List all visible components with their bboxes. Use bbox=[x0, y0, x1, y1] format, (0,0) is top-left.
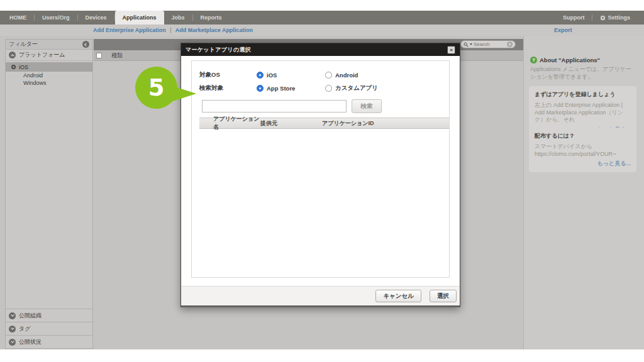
radio-ios-label: iOS bbox=[267, 72, 277, 79]
help-card-title: 配布するには？ bbox=[535, 132, 631, 140]
add-enterprise-application-link[interactable]: Add Enterprise Application bbox=[93, 27, 166, 33]
dialog-titlebar: マーケットアプリの選択 × bbox=[181, 43, 460, 56]
help-card-distribute: 配布するには？ スマートデバイスから https://clomo.com/por… bbox=[529, 128, 636, 172]
dialog-panel: 対象OS iOS Android 検索対象 App Store bbox=[191, 60, 450, 278]
export-link[interactable]: Export bbox=[554, 25, 572, 36]
column-app-name: アプリケーション名 bbox=[199, 115, 260, 131]
section-tags[interactable]: タグ bbox=[6, 322, 92, 335]
column-app-id: アプリケーションID bbox=[322, 119, 449, 128]
filter-sidebar: フィルター プラットフォーム iOS Android Windows 公開組織 … bbox=[5, 39, 93, 349]
filter-title: フィルター bbox=[9, 40, 82, 48]
settings-label: Settings bbox=[608, 11, 630, 25]
column-provider: 提供元 bbox=[260, 119, 322, 128]
gear-icon bbox=[600, 15, 606, 21]
result-table-header: アプリケーション名 提供元 アプリケーションID bbox=[199, 118, 449, 129]
help-card-title: まずはアプリを登録しましょう bbox=[535, 90, 631, 99]
section-toggle-icon bbox=[9, 326, 16, 332]
radio-ios[interactable] bbox=[257, 72, 264, 79]
sidebar-bottom-sections: 公開組織 タグ 公開状況 bbox=[6, 309, 92, 348]
list-search-box[interactable]: × bbox=[460, 40, 516, 48]
search-button[interactable]: 検索 bbox=[352, 99, 382, 113]
help-question-icon: ? bbox=[530, 57, 537, 63]
platform-section-label: プラットフォーム bbox=[19, 51, 65, 59]
section-toggle-icon bbox=[9, 312, 16, 319]
about-applications-body: Applications メニューでは、アプリケーションを管理できます。 bbox=[530, 66, 635, 80]
app-search-input[interactable] bbox=[202, 100, 347, 112]
search-target-row: 検索対象 App Store カスタムアプリ bbox=[199, 82, 449, 95]
step-badge: 5 bbox=[135, 67, 177, 109]
radio-app-store-label: App Store bbox=[267, 85, 295, 92]
app-window: HOME Users/Org Devices Applications Jobs… bbox=[0, 0, 644, 362]
cancel-button[interactable]: キャンセル bbox=[375, 290, 421, 302]
target-os-label: 対象OS bbox=[199, 71, 257, 79]
section-public-status[interactable]: 公開状況 bbox=[6, 335, 92, 348]
select-button[interactable]: 選択 bbox=[430, 290, 457, 302]
market-app-select-dialog: マーケットアプリの選択 × 対象OS iOS Android 検索対象 bbox=[180, 43, 460, 307]
tab-users-org[interactable]: Users/Org bbox=[35, 11, 77, 25]
search-scope-caret-icon[interactable] bbox=[470, 43, 472, 45]
platform-ios-label: iOS bbox=[19, 64, 28, 70]
see-more-link[interactable]: もっと見る... bbox=[535, 160, 631, 168]
platform-section-header[interactable]: プラットフォーム bbox=[6, 50, 92, 61]
select-all-checkbox[interactable] bbox=[96, 53, 102, 58]
radio-custom-app[interactable] bbox=[325, 85, 332, 92]
navbar-right: Support Settings bbox=[555, 11, 644, 25]
help-card-body: 左上の Add Enterprise Application | Add Mar… bbox=[535, 102, 631, 124]
search-target-label: 検索対象 bbox=[199, 84, 257, 92]
link-separator bbox=[170, 28, 171, 33]
clear-search-icon[interactable]: × bbox=[507, 41, 513, 47]
tab-jobs[interactable]: Jobs bbox=[164, 11, 192, 25]
public-org-label: 公開組織 bbox=[19, 312, 42, 320]
section-toggle-icon bbox=[9, 52, 16, 58]
filter-header: フィルター bbox=[6, 40, 92, 50]
sidebar-item-android[interactable]: Android bbox=[6, 72, 92, 79]
help-card-url: https://clomo.com/portal/YOUR~ bbox=[535, 151, 631, 158]
top-navbar: HOME Users/Org Devices Applications Jobs… bbox=[0, 11, 644, 25]
sidebar-item-windows[interactable]: Windows bbox=[6, 79, 92, 87]
type-column-header: 種類 bbox=[111, 50, 123, 61]
settings-link[interactable]: Settings bbox=[592, 11, 638, 25]
target-os-row: 対象OS iOS Android bbox=[199, 69, 449, 82]
tags-label: タグ bbox=[19, 325, 30, 333]
radio-custom-app-label: カスタムアプリ bbox=[335, 84, 378, 92]
section-public-org[interactable]: 公開組織 bbox=[6, 309, 92, 322]
dialog-footer: キャンセル 選択 bbox=[181, 286, 460, 305]
section-toggle-icon bbox=[9, 339, 16, 346]
platform-selected-icon bbox=[11, 65, 16, 69]
about-applications-title: About "Applications" bbox=[540, 57, 600, 63]
radio-app-store[interactable] bbox=[257, 85, 264, 92]
close-icon[interactable]: × bbox=[447, 46, 455, 54]
radio-android[interactable] bbox=[325, 72, 332, 79]
step-number: 5 bbox=[148, 74, 165, 101]
search-icon bbox=[464, 42, 469, 47]
public-status-label: 公開状況 bbox=[19, 338, 42, 346]
help-card-line1: スマートデバイスから bbox=[535, 143, 631, 151]
list-search-input[interactable] bbox=[474, 41, 506, 47]
dialog-title: マーケットアプリの選択 bbox=[186, 46, 251, 54]
tab-reports[interactable]: Reports bbox=[193, 11, 230, 25]
tab-home[interactable]: HOME bbox=[2, 11, 34, 25]
support-link[interactable]: Support bbox=[555, 11, 592, 25]
add-marketplace-application-link[interactable]: Add Marketplace Application bbox=[175, 27, 253, 33]
radio-android-label: Android bbox=[335, 72, 358, 79]
sidebar-item-ios[interactable]: iOS bbox=[6, 62, 92, 72]
help-panel: ? About "Applications" Applications メニュー… bbox=[523, 36, 644, 349]
collapse-sidebar-icon[interactable] bbox=[82, 41, 89, 48]
tab-applications[interactable]: Applications bbox=[115, 11, 164, 25]
tab-devices[interactable]: Devices bbox=[78, 11, 114, 25]
action-bar: Add Enterprise Application Add Marketpla… bbox=[0, 25, 644, 36]
